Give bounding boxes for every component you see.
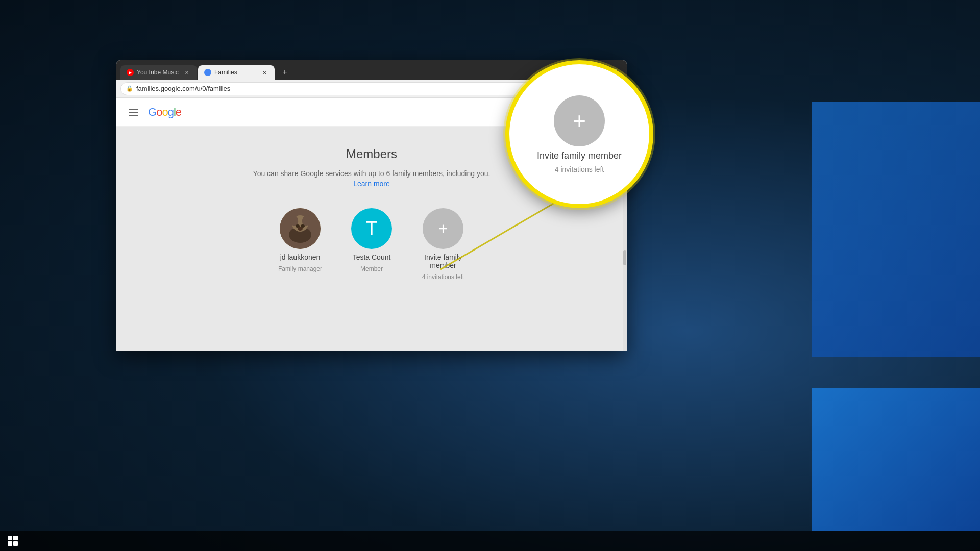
testa-avatar-letter: T bbox=[366, 218, 377, 239]
families-favicon bbox=[204, 69, 211, 76]
member-avatar-jd bbox=[280, 208, 321, 249]
bg-rect-right bbox=[812, 102, 980, 357]
member-invitations-left: 4 invitations left bbox=[422, 273, 464, 281]
logo-e: e bbox=[176, 106, 181, 118]
tab-youtube-close[interactable]: ✕ bbox=[183, 68, 191, 77]
logo-o2: o bbox=[162, 106, 167, 118]
highlight-plus-circle[interactable]: + bbox=[554, 95, 605, 146]
youtube-favicon: ▶ bbox=[127, 69, 134, 76]
member-card-testa: T Testa Count Member bbox=[346, 208, 397, 272]
win-logo-q1 bbox=[8, 536, 12, 540]
win-logo-q4 bbox=[13, 541, 18, 546]
google-logo: Google bbox=[148, 106, 181, 119]
new-tab-button[interactable]: + bbox=[278, 65, 292, 80]
tab-youtube-label: YouTube Music bbox=[137, 69, 180, 76]
tab-families[interactable]: Families ✕ bbox=[198, 65, 275, 80]
start-button[interactable] bbox=[0, 531, 26, 551]
taskbar bbox=[0, 531, 980, 551]
logo-o1: o bbox=[156, 106, 162, 118]
scrollbar-thumb[interactable] bbox=[623, 250, 626, 265]
learn-more-link[interactable]: Learn more bbox=[353, 180, 390, 188]
hamburger-line1 bbox=[129, 109, 138, 110]
member-name-jd: jd laukkonen bbox=[280, 253, 321, 261]
member-role-jd: Family manager bbox=[278, 265, 322, 272]
tab-youtube-music[interactable]: ▶ YouTube Music ✕ bbox=[120, 65, 197, 80]
member-name-invite: Invite family member bbox=[418, 253, 469, 269]
menu-button[interactable] bbox=[127, 107, 140, 118]
tab-families-close[interactable]: ✕ bbox=[260, 68, 268, 77]
highlight-invitations-left: 4 invitations left bbox=[555, 165, 604, 173]
members-grid: jd laukkonen Family manager T Testa Coun… bbox=[275, 208, 469, 281]
dog-avatar-svg bbox=[280, 208, 321, 249]
svg-point-8 bbox=[298, 227, 303, 231]
members-title: Members bbox=[346, 147, 397, 161]
hamburger-line2 bbox=[129, 112, 138, 113]
win-logo-q2 bbox=[13, 536, 18, 540]
member-card-jd: jd laukkonen Family manager bbox=[275, 208, 326, 272]
bg-accent bbox=[812, 388, 980, 531]
member-card-invite[interactable]: + Invite family member 4 invitations lef… bbox=[418, 208, 469, 281]
member-avatar-testa: T bbox=[351, 208, 392, 249]
members-subtitle: You can share Google services with up to… bbox=[253, 169, 491, 178]
member-name-testa: Testa Count bbox=[353, 253, 391, 261]
windows-logo bbox=[8, 536, 18, 546]
logo-g: G bbox=[148, 106, 156, 118]
hamburger-line3 bbox=[129, 115, 138, 116]
highlight-circle: + Invite family member 4 invitations lef… bbox=[505, 60, 653, 208]
svg-point-0 bbox=[205, 70, 210, 75]
member-avatar-invite[interactable]: + bbox=[423, 208, 463, 249]
highlight-plus-symbol: + bbox=[573, 110, 586, 132]
tabs-area: ▶ YouTube Music ✕ Families ✕ + bbox=[120, 60, 572, 80]
win-logo-q3 bbox=[8, 541, 12, 546]
member-role-testa: Member bbox=[360, 265, 383, 272]
lock-icon: 🔒 bbox=[126, 85, 133, 92]
highlight-invite-title: Invite family member bbox=[537, 151, 622, 161]
invite-plus-icon: + bbox=[438, 219, 448, 238]
tab-families-label: Families bbox=[214, 69, 257, 76]
logo-g2: g bbox=[168, 106, 174, 118]
